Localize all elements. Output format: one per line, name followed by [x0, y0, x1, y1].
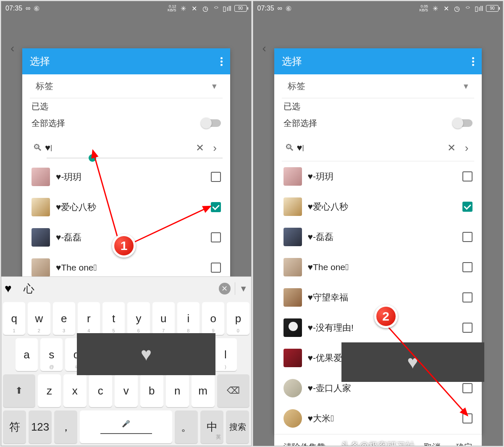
checkbox[interactable] [462, 202, 472, 212]
avatar [32, 168, 50, 186]
space-key[interactable]: 🎤 [80, 410, 172, 443]
contact-name: ♥-磊磊 [308, 231, 457, 243]
clear-fake-likes-button[interactable]: 清除伪集赞 [284, 442, 326, 446]
list-item[interactable]: ♥爱心八秒 [30, 192, 223, 222]
select-all-label: 全部选择 [284, 118, 317, 129]
checkbox[interactable] [462, 323, 472, 333]
key-y[interactable]: y6 [127, 302, 150, 335]
key-a[interactable]: a [16, 338, 38, 371]
clear-search-button[interactable]: ✕ [192, 142, 207, 154]
avatar [284, 318, 302, 337]
clear-search-button[interactable]: ✕ [444, 142, 459, 154]
cancel-button[interactable]: 取消 [424, 442, 441, 446]
signal-icon: ▯ıll [223, 5, 231, 12]
key-r[interactable]: r4 [78, 302, 100, 335]
chevron-down-icon: ▾ [212, 81, 217, 91]
shift-key[interactable]: ⬆ [3, 374, 35, 407]
signal-icon: ▯ıll [475, 5, 483, 12]
screenshot-left: 07:35 ∞ ⑥ 0.12KB/S ✳ ✕ ◷ ⌔ ▯ıll 90 ‹ 选择 … [1, 1, 252, 446]
avatar [32, 258, 50, 277]
battery-icon: 90 [486, 5, 499, 12]
key-m[interactable]: m [192, 374, 215, 407]
key-w[interactable]: w2 [28, 302, 50, 335]
checkbox[interactable] [462, 232, 472, 242]
comma-key[interactable]: ， [54, 410, 77, 443]
search-key[interactable]: 搜索 [226, 410, 249, 443]
checkbox[interactable] [211, 263, 221, 273]
list-item[interactable]: ♥The one𓆩 [282, 252, 475, 282]
ime-preview-popup: ♥ [341, 342, 484, 382]
key-l[interactable]: l) [214, 338, 236, 371]
backspace-key[interactable]: ⌫ [217, 374, 249, 407]
key-o[interactable]: o9 [202, 302, 224, 335]
annotation-badge-1: 1 [112, 234, 136, 258]
candidate-expand-button[interactable]: ▼ [239, 284, 248, 294]
next-button[interactable]: › [459, 142, 474, 155]
key-x[interactable]: x [63, 374, 87, 407]
checkbox[interactable] [462, 171, 472, 181]
candidate-word[interactable]: 心 [16, 281, 42, 296]
search-row: 🔍︎ ♥ | ✕ › [30, 138, 223, 158]
list-item[interactable]: ♥大米𓆩 [282, 403, 475, 434]
list-item[interactable]: ♥-玥玥 [282, 161, 475, 192]
select-all-toggle[interactable] [202, 119, 221, 127]
list-item[interactable]: ♥-磊磊 [282, 222, 475, 252]
key-p[interactable]: p0 [227, 302, 249, 335]
avatar [284, 228, 302, 246]
avatar [32, 228, 50, 247]
avatar [284, 258, 302, 276]
checkbox[interactable] [462, 383, 472, 393]
key-c[interactable]: c [89, 374, 112, 407]
checkbox[interactable] [462, 262, 472, 272]
checkbox[interactable] [462, 413, 472, 423]
candidate-clear-button[interactable]: ✕ [219, 283, 231, 294]
wifi-icon: ⌔ [464, 5, 472, 12]
cursor-slider[interactable] [47, 158, 223, 158]
language-key[interactable]: 中英 [200, 410, 223, 443]
select-all-toggle[interactable] [453, 119, 472, 127]
key-b[interactable]: b [140, 374, 163, 407]
contact-name: ♥The one𓆩 [308, 262, 457, 272]
checkbox[interactable] [211, 232, 221, 242]
more-menu-button[interactable] [472, 57, 474, 66]
contact-name: ♥-玥玥 [308, 171, 457, 182]
period-key[interactable]: 。 [175, 410, 198, 443]
checkbox[interactable] [211, 202, 221, 212]
key-t[interactable]: t5 [102, 302, 125, 335]
ok-button[interactable]: 确定 [456, 442, 472, 446]
key-s[interactable]: s@ [40, 338, 63, 371]
list-item[interactable]: ♥爱心八秒 [282, 192, 475, 222]
checkbox[interactable] [211, 172, 221, 182]
modal-header: 选择 [22, 48, 230, 74]
search-icon: 🔍︎ [30, 142, 45, 153]
key-q[interactable]: q1 [3, 302, 25, 335]
avatar [32, 198, 50, 216]
symbol-key[interactable]: 符 [3, 410, 26, 443]
key-z[interactable]: z [38, 374, 61, 407]
chevron-down-icon: ▾ [464, 81, 468, 91]
key-i[interactable]: i8 [177, 302, 200, 335]
more-menu-button[interactable] [220, 57, 223, 66]
checkbox[interactable] [462, 292, 472, 302]
next-button[interactable]: › [207, 142, 223, 155]
avatar [284, 288, 302, 307]
key-n[interactable]: n [166, 374, 189, 407]
number-key[interactable]: 123 [29, 410, 52, 443]
infinity-icon: ∞ [278, 5, 282, 12]
avatar [284, 349, 302, 367]
select-all-row: 全部选择 [30, 114, 223, 132]
candidate-heart[interactable]: ♥ [5, 282, 12, 295]
tag-dropdown[interactable]: 标签 ▾ [30, 74, 223, 98]
search-input[interactable]: ♥ [297, 142, 302, 153]
search-input[interactable]: ♥ [45, 142, 50, 153]
vibrate-icon: ✕ [191, 5, 198, 12]
net-speed: 0.05KB/S [419, 5, 428, 12]
status-bar: 07:35 ∞ ⑥ 0.05KB/S ✳ ✕ ◷ ⌔ ▯ıll 90 [253, 1, 503, 16]
key-v[interactable]: v [115, 374, 138, 407]
list-item[interactable]: ♥-玥玥 [30, 162, 223, 192]
avatar [284, 167, 302, 186]
key-u[interactable]: u7 [152, 302, 175, 335]
avatar [284, 379, 302, 397]
key-e[interactable]: e3 [53, 302, 75, 335]
tag-dropdown[interactable]: 标签 ▾ [282, 74, 475, 98]
